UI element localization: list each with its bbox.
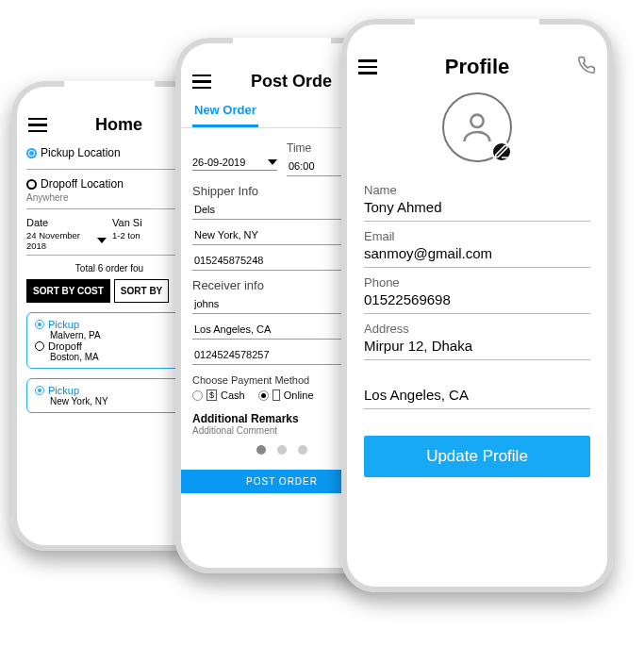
radio-icon <box>192 390 203 401</box>
sort-by-button[interactable]: SORT BY <box>114 279 169 303</box>
menu-icon[interactable] <box>28 118 47 133</box>
dropoff-location-label: Dropoff Location <box>41 177 124 191</box>
radio-icon <box>35 386 44 395</box>
card-dropoff-label: Dropoff <box>48 340 82 352</box>
dot-icon <box>256 445 266 455</box>
notch <box>233 38 331 57</box>
notch <box>64 81 155 100</box>
phone-label: Phone <box>364 275 590 290</box>
payment-online-option[interactable]: Online <box>258 390 314 401</box>
card-pickup-label: Pickup <box>48 385 79 396</box>
edit-avatar-icon[interactable] <box>491 141 512 162</box>
dropoff-location-value: Anywhere <box>26 192 192 209</box>
dropoff-location-row[interactable]: Dropoff Location <box>26 177 192 191</box>
order-card[interactable]: Pickup Malvern, PA Dropoff Boston, MA N <box>26 312 192 369</box>
date-value: 26-09-2019 <box>192 157 268 168</box>
dot-icon <box>298 445 307 455</box>
cash-label: Cash <box>221 390 245 401</box>
notch <box>415 19 539 38</box>
name-value[interactable]: Tony Ahmed <box>364 197 590 222</box>
radio-icon <box>35 341 44 351</box>
date-van-row: Date 24 November 2018 Van Si 1-2 ton <box>26 217 192 256</box>
date-field[interactable]: . 26-09-2019 <box>192 136 277 176</box>
avatar[interactable] <box>442 92 512 162</box>
chevron-down-icon <box>97 238 107 243</box>
radio-icon <box>258 390 269 401</box>
menu-icon[interactable] <box>358 59 377 75</box>
sort-by-cost-button[interactable]: SORT BY COST <box>26 279 110 303</box>
svg-point-0 <box>471 115 483 127</box>
radio-icon <box>26 148 37 158</box>
date-value: 24 November 2018 <box>26 230 94 251</box>
payment-cash-option[interactable]: $ Cash <box>192 390 245 401</box>
phone-icon[interactable] <box>577 56 596 78</box>
cash-icon: $ <box>206 390 217 401</box>
profile-fields: Name Tony Ahmed Email sanmoy@gmail.com P… <box>347 175 607 409</box>
pickup-location-row[interactable]: Pickup Location <box>26 146 192 159</box>
pickup-location-label: Pickup Location <box>41 146 121 159</box>
email-value[interactable]: sanmoy@gmail.com <box>364 243 590 268</box>
address-value[interactable]: Mirpur 12, Dhaka <box>364 336 590 360</box>
screen-profile: Profile Name Tony Ahmed Email sanmoy@gma… <box>347 25 607 587</box>
topbar: Profile <box>347 47 607 83</box>
date-label: Date <box>26 217 107 228</box>
phone-value[interactable]: 01522569698 <box>364 290 590 314</box>
online-label: Online <box>284 390 314 401</box>
radio-icon <box>35 320 44 329</box>
mobile-icon <box>272 390 280 401</box>
update-profile-button[interactable]: Update Profile <box>364 436 590 477</box>
sort-buttons: SORT BY COST SORT BY <box>26 279 192 303</box>
phone-profile: Profile Name Tony Ahmed Email sanmoy@gma… <box>341 19 613 592</box>
menu-icon[interactable] <box>192 75 211 90</box>
order-card[interactable]: Pickup New York, NY <box>26 378 192 413</box>
card-pickup-label: Pickup <box>48 319 79 330</box>
screen-home: Home Pickup Location Dropoff Location An… <box>17 87 202 545</box>
address-label: Address <box>364 322 590 336</box>
dot-icon <box>277 445 287 455</box>
avatar-section <box>347 92 607 162</box>
chevron-down-icon <box>268 159 277 165</box>
total-orders-text: Total 6 order fou <box>26 263 192 273</box>
radio-icon <box>26 179 37 190</box>
name-label: Name <box>364 183 590 197</box>
topbar: Home <box>17 109 202 139</box>
date-field[interactable]: Date 24 November 2018 <box>26 217 107 251</box>
card-pickup-city: New York, NY <box>50 396 184 406</box>
page-title: Profile <box>377 55 577 79</box>
tab-new-order[interactable]: New Order <box>192 97 258 127</box>
home-form: Pickup Location Dropoff Location Anywher… <box>17 139 202 413</box>
page-title: Home <box>47 115 190 135</box>
card-pickup-city: Malvern, PA <box>50 330 176 340</box>
extra-location[interactable]: Los Angeles, CA <box>364 373 590 409</box>
van-value: 1-2 ton <box>112 230 140 240</box>
card-dropoff-city: Boston, MA <box>50 352 176 362</box>
email-label: Email <box>364 229 590 243</box>
